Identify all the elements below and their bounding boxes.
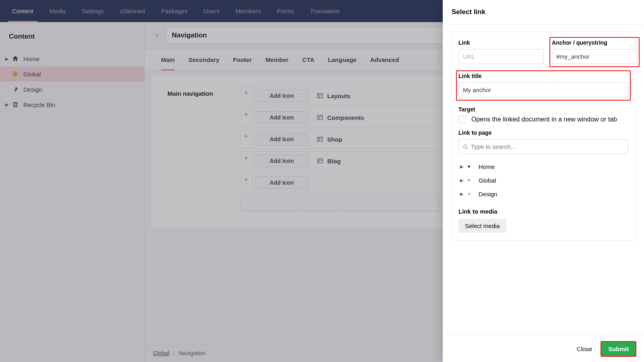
page-search-input[interactable] [458, 139, 628, 154]
panel-footer: Close Submit [443, 335, 644, 362]
brush-icon [467, 190, 475, 197]
target-description: Opens the linked document in a new windo… [471, 116, 617, 123]
svg-point-5 [463, 145, 466, 148]
link-label: Link [458, 39, 544, 46]
caret-icon[interactable]: ▶ [460, 164, 465, 169]
submit-button[interactable]: Submit [601, 341, 636, 356]
link-to-page-label: Link to page [458, 130, 628, 136]
link-url-input[interactable] [458, 49, 544, 64]
link-title-label: Link title [458, 73, 628, 79]
search-icon [462, 144, 468, 150]
caret-icon[interactable]: ▶ [460, 178, 465, 183]
panel-title: Select link [443, 0, 644, 25]
link-to-media-label: Link to media [458, 208, 628, 215]
page-tree-item-design[interactable]: ▶Design [458, 187, 628, 201]
anchor-label: Anchor / querystring [552, 39, 637, 46]
select-link-panel: Select link Link Anchor / querystring Li… [443, 0, 644, 362]
link-title-input[interactable] [458, 82, 628, 97]
target-label: Target [458, 106, 628, 113]
page-tree-label: Global [479, 177, 496, 184]
target-checkbox[interactable] [458, 116, 466, 123]
home-icon [467, 163, 475, 170]
caret-icon[interactable]: ▶ [460, 191, 465, 197]
page-tree-label: Design [479, 191, 497, 197]
anchor-input[interactable] [552, 49, 637, 64]
page-tree-label: Home [479, 163, 495, 170]
page-tree-item-global[interactable]: ▶Global [458, 173, 628, 187]
page-tree-item-home[interactable]: ▶Home [458, 160, 628, 173]
select-media-button[interactable]: Select media [458, 219, 506, 233]
close-button[interactable]: Close [573, 342, 596, 356]
globe-icon [467, 177, 475, 184]
